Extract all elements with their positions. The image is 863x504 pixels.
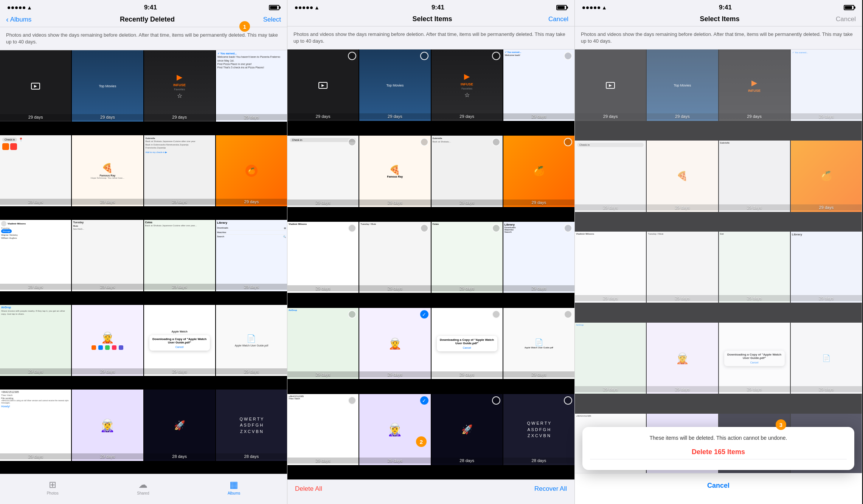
alert-divider xyxy=(590,459,847,459)
day-label: 29 days xyxy=(144,284,215,290)
select-button-1[interactable]: Select xyxy=(263,16,281,23)
photo-cell[interactable]: 🧝‍♀️ 29 days xyxy=(72,390,143,461)
apple-watch-title: Apple Watch xyxy=(172,330,188,333)
photo-cell[interactable]: Library Downloads ⊞ Watchlist Search 🔍 2… xyxy=(216,220,287,291)
photo-cell[interactable]: ✓ You earned... Welcome back! 29 days xyxy=(503,49,574,121)
photo-cell[interactable]: 🧝 29 days xyxy=(72,305,143,376)
photo-cell[interactable]: 🚀 28 days xyxy=(431,394,503,465)
photo-cell[interactable]: 🚀 28 days xyxy=(144,390,215,461)
orange-icon3: 🍊 xyxy=(821,171,832,181)
photo-cell: Top Movies29 days xyxy=(647,49,718,121)
photo-cell[interactable]: Cotes 29 days xyxy=(431,222,503,293)
pizza-icon: 🍕 xyxy=(389,165,400,175)
tab-shared[interactable]: ☁ Shared xyxy=(137,479,149,495)
photo-cell[interactable]: Vladimir Miloons 29 days xyxy=(287,222,359,293)
photo-cell[interactable]: Top Movies 29 days xyxy=(72,50,143,121)
apple-watch-modal2: Downloading a Copy of "Apple Watch User … xyxy=(431,308,503,379)
photo-cell[interactable]: ▶INFUSEFavorites☆ 29 days xyxy=(431,49,503,121)
signal-dot xyxy=(582,6,585,9)
photo-cell[interactable]: Cotes Back at Shokatu Japanese-Cuisine a… xyxy=(144,220,215,291)
photo-cell[interactable]: +86421512385Theo Vatch 29 days xyxy=(287,394,359,465)
foursquare-body: Back at Shokatu... xyxy=(433,140,501,143)
famous-ray-label: Famous Ray xyxy=(100,174,116,177)
info-banner-3: Photos and videos show the days remainin… xyxy=(575,26,862,49)
selection-circle xyxy=(492,396,500,405)
photo-cell[interactable]: 🍊 29 days xyxy=(503,136,574,207)
step-badge-2: 2 xyxy=(416,436,427,447)
day-label: 29 days xyxy=(144,114,215,120)
selection-circle xyxy=(492,224,500,232)
apple-watch-modal: Apple Watch Downloading a Copy of "Apple… xyxy=(144,305,215,376)
famous-ray-desc: Hope Schmoop: You never lose... xyxy=(89,177,126,179)
day-label: 29 days xyxy=(287,199,359,206)
photo-cell[interactable]: 🍕 Famous Ray Hope Schmoop: You never los… xyxy=(72,135,143,206)
photo-cell[interactable]: 🧝‍♀️ ✓ 29 days xyxy=(359,394,430,465)
cancel-button-3[interactable]: Cancel xyxy=(836,15,856,23)
foursquare-sub: Back in Dubrovacko-Neretvanska Zupanija xyxy=(146,143,214,146)
photo-cell[interactable]: ▶ INFUSE Favorites ☆ 29 days xyxy=(144,50,215,121)
signal-dot xyxy=(8,6,10,9)
photo-cell[interactable]: LibraryDownloadsWatchlistSearch 29 days xyxy=(503,222,574,293)
photo-cell[interactable]: 🍊 29 days xyxy=(216,135,287,206)
infuse-sub: Favorites xyxy=(174,88,185,91)
library-title: Library xyxy=(217,221,286,224)
photo-cell[interactable]: Gabrielle Back at Shokatu Japanese-Cuisi… xyxy=(144,135,215,206)
pdf-label2: Apple Watch User Guide.pdf xyxy=(525,346,553,349)
photo-cell[interactable]: 📄Apple Watch User Guide.pdf 29 days xyxy=(503,308,574,379)
chat-bubble: Message xyxy=(1,229,12,233)
photo-cell: Vladimir Miloons29 days xyxy=(575,232,646,303)
modal-cancel: Cancel xyxy=(152,346,207,348)
day-label: 29 days xyxy=(287,371,359,377)
photos-tab-icon: ⊞ xyxy=(49,479,56,490)
recover-all-button[interactable]: Recover All xyxy=(534,485,567,493)
delete-items-button[interactable]: Delete 165 Items xyxy=(590,448,847,456)
chat-cell2: Vladimir Miloons xyxy=(287,222,359,293)
photo-cell[interactable]: Tuesday Mute Sara Ketch... 29 days xyxy=(72,220,143,291)
back-button-1[interactable]: ‹ Albums xyxy=(6,15,31,24)
photo-cell[interactable]: Q W E R T YA S D F G HZ X C V B N 28 day… xyxy=(503,394,574,465)
contacts-cell: Tuesday Mute Sara Ketch... xyxy=(72,220,143,291)
notes-content: Back at Shokatu Japanese-Cuisine after o… xyxy=(145,224,214,227)
wifi-icon-2: ▲ xyxy=(314,5,320,11)
foursquare-title: Gabrielle xyxy=(146,137,214,140)
photo-cell[interactable]: Apple Watch Downloading a Copy of "Apple… xyxy=(144,305,215,376)
photo-cell[interactable]: Vladimir Miloons Tuesday Message Wajnier… xyxy=(0,220,71,291)
notif-text: ✓ You earned... xyxy=(505,51,573,54)
photo-cell[interactable]: +86421512385 Theo Vatch File sending +86… xyxy=(0,390,71,461)
photo-cell[interactable]: Q W E R T YA S D F G HZ X C V B N 28 day… xyxy=(216,390,287,461)
file-sending-desc: +86421512385 is using an old Viber versi… xyxy=(1,399,70,404)
delete-all-button[interactable]: Delete All xyxy=(295,485,322,493)
airdrop-label: AirDrop xyxy=(289,309,357,311)
photo-cell[interactable]: 📄 Apple Watch User Guide.pdf 29 days xyxy=(216,305,287,376)
photo-cell[interactable]: ▶ 29 days xyxy=(0,50,71,121)
photo-cell[interactable]: ✓ You earned... Welcome back! You haven'… xyxy=(216,50,287,121)
pdf-icon3: 📄 xyxy=(822,354,830,362)
photo-cell[interactable]: AirDrop 29 days xyxy=(287,308,359,379)
char-icon3: 🧝 xyxy=(388,337,402,350)
tab-photos[interactable]: ⊞ Photos xyxy=(47,479,59,495)
tab-albums[interactable]: ▦ Albums xyxy=(228,479,240,495)
infuse-star: ☆ xyxy=(177,92,182,99)
photo-cell[interactable]: ▶ 29 days xyxy=(287,49,359,121)
cancel-button-2[interactable]: Cancel xyxy=(548,15,568,23)
photo-cell[interactable]: Check in 📍 29 days xyxy=(0,135,71,206)
photo-cell[interactable]: 🧝 ✓ 29 days xyxy=(359,308,430,379)
photo-cell[interactable]: Top Movies 29 days xyxy=(359,49,430,121)
cancel-button-alert[interactable]: Cancel xyxy=(575,479,862,493)
cot-label: Cot xyxy=(720,233,789,235)
airdrop-title: AirDrop xyxy=(1,306,70,309)
search-label: Search xyxy=(504,231,573,233)
photo-cell[interactable]: 🍕Famous Ray 29 days xyxy=(359,136,430,207)
photo-cell[interactable]: Tuesday / Mute 29 days xyxy=(359,222,430,293)
infuse-logo: ▶ xyxy=(177,73,182,82)
signal-dot xyxy=(586,6,589,9)
day-label: 29 days xyxy=(359,458,430,464)
photo-cell[interactable]: Downloading a Copy of "Apple Watch User … xyxy=(431,308,503,379)
search-icon: 🔍 xyxy=(283,235,286,238)
photo-cell[interactable]: Check in 29 days xyxy=(287,136,359,207)
chat-name3: Vladimir Miloons xyxy=(576,233,645,235)
notif-body: Welcome back! xyxy=(505,54,573,57)
photo-cell[interactable]: AirDrop Share invoice with people nearby… xyxy=(0,305,71,376)
battery-icon-2 xyxy=(556,5,567,10)
photo-cell[interactable]: GabrielleBack at Shokatu... 29 days xyxy=(431,136,503,207)
